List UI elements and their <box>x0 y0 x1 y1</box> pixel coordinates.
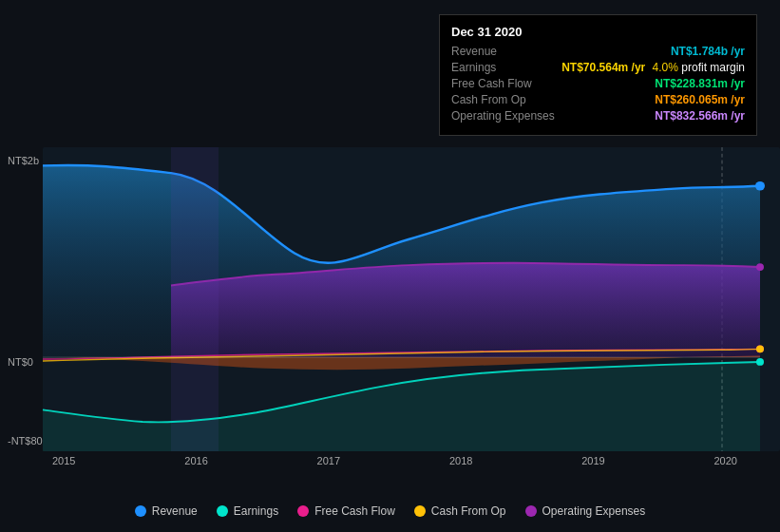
legend-label-opex: Operating Expenses <box>542 504 646 518</box>
legend-dot-fcf <box>297 505 309 517</box>
chart-svg <box>0 147 780 451</box>
legend-label-earnings: Earnings <box>234 504 278 518</box>
tooltip-row-cashfromop: Cash From Op NT$260.065m /yr <box>451 93 745 106</box>
x-label-2018: 2018 <box>449 455 472 466</box>
svg-rect-4 <box>171 147 219 451</box>
tooltip-profit-margin: 4.0% profit margin <box>653 61 745 74</box>
x-label-2019: 2019 <box>581 455 604 466</box>
x-label-2017: 2017 <box>317 455 340 466</box>
tooltip-value-opex: NT$832.566m /yr <box>655 109 745 123</box>
x-label-2020: 2020 <box>713 455 736 466</box>
svg-point-5 <box>756 358 764 366</box>
legend-item-cashfromop[interactable]: Cash From Op <box>414 504 506 518</box>
tooltip-label-earnings: Earnings <box>451 61 496 74</box>
legend-dot-revenue <box>135 505 146 517</box>
svg-point-3 <box>756 263 764 271</box>
legend-label-cashfromop: Cash From Op <box>431 504 506 518</box>
tooltip-label-opex: Operating Expenses <box>451 109 555 123</box>
tooltip-value-earnings: NT$70.564m /yr <box>561 61 645 74</box>
legend-dot-earnings <box>217 505 228 517</box>
x-labels: 2015 2016 2017 2018 2019 2020 <box>0 455 780 466</box>
tooltip-row-opex: Operating Expenses NT$832.566m /yr <box>451 109 745 123</box>
tooltip-row-fcf: Free Cash Flow NT$228.831m /yr <box>451 77 745 90</box>
x-label-2016: 2016 <box>184 455 207 466</box>
tooltip-earnings-group: NT$70.564m /yr 4.0% profit margin <box>561 61 745 74</box>
svg-point-7 <box>756 345 764 352</box>
tooltip-value-revenue: NT$1.784b /yr <box>671 45 745 58</box>
legend-label-revenue: Revenue <box>152 504 198 518</box>
legend-dot-cashfromop <box>414 505 426 517</box>
tooltip-label-fcf: Free Cash Flow <box>451 77 532 90</box>
tooltip-row-revenue: Revenue NT$1.784b /yr <box>451 45 745 58</box>
tooltip-value-fcf: NT$228.831m /yr <box>655 77 745 90</box>
legend-dot-opex <box>525 505 537 517</box>
x-label-2015: 2015 <box>52 455 75 466</box>
svg-point-2 <box>755 181 765 191</box>
tooltip-label-cashfromop: Cash From Op <box>451 93 526 106</box>
legend-label-fcf: Free Cash Flow <box>314 504 395 518</box>
chart-container: Dec 31 2020 Revenue NT$1.784b /yr Earnin… <box>0 0 780 532</box>
legend-item-opex[interactable]: Operating Expenses <box>525 504 646 518</box>
tooltip-row-earnings: Earnings NT$70.564m /yr 4.0% profit marg… <box>451 61 745 74</box>
legend: Revenue Earnings Free Cash Flow Cash Fro… <box>0 504 780 518</box>
legend-item-earnings[interactable]: Earnings <box>217 504 278 518</box>
tooltip-value-cashfromop: NT$260.065m /yr <box>655 93 745 106</box>
tooltip-date: Dec 31 2020 <box>451 25 745 39</box>
tooltip-label-revenue: Revenue <box>451 45 497 58</box>
tooltip-box: Dec 31 2020 Revenue NT$1.784b /yr Earnin… <box>439 14 757 136</box>
legend-item-fcf[interactable]: Free Cash Flow <box>297 504 395 518</box>
legend-item-revenue[interactable]: Revenue <box>135 504 198 518</box>
